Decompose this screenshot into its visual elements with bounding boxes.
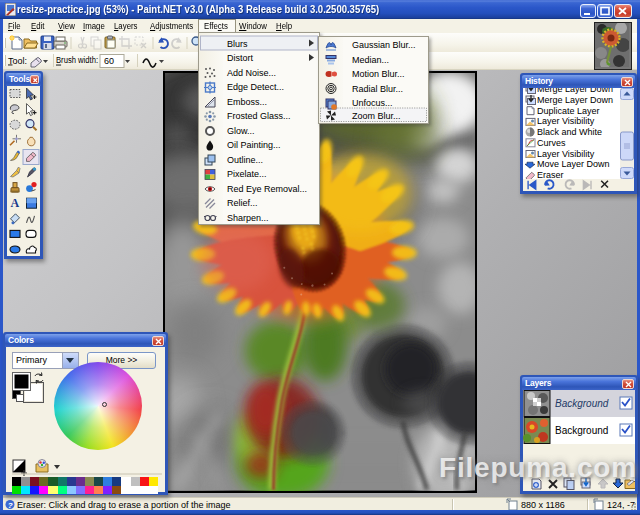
svg-text:Edge Detect...: Edge Detect... — [227, 82, 284, 92]
svg-text:Duplicate Layer: Duplicate Layer — [537, 106, 600, 116]
svg-text:Gaussian Blur...: Gaussian Blur... — [352, 40, 416, 50]
svg-text:Emboss...: Emboss... — [227, 97, 267, 107]
svg-text:?: ? — [8, 501, 13, 510]
svg-text:Merge Layer Down: Merge Layer Down — [537, 88, 613, 94]
svg-text:Frosted Glass...: Frosted Glass... — [227, 111, 291, 121]
svg-text:Glow...: Glow... — [227, 126, 255, 136]
svg-text:Blurs: Blurs — [227, 39, 248, 49]
svg-text:Median...: Median... — [352, 55, 389, 65]
svg-text:Distort: Distort — [227, 53, 254, 63]
svg-text:Relief...: Relief... — [227, 198, 258, 208]
svg-text:Eraser: Eraser — [537, 170, 564, 180]
svg-text:Merge Layer Down: Merge Layer Down — [537, 95, 613, 105]
svg-text:Unfocus...: Unfocus... — [352, 98, 393, 108]
svg-text:Zoom Blur...: Zoom Blur... — [352, 111, 401, 121]
svg-text:Curves: Curves — [537, 138, 566, 148]
svg-text:Red Eye Removal...: Red Eye Removal... — [227, 184, 307, 194]
svg-text:Background: Background — [555, 425, 608, 436]
svg-text:Layer Visibility: Layer Visibility — [537, 116, 595, 126]
svg-text:Black and White: Black and White — [537, 127, 602, 137]
svg-text:Layer Visibility: Layer Visibility — [537, 149, 595, 159]
svg-text:Motion Blur...: Motion Blur... — [352, 69, 405, 79]
svg-text:Tool:: Tool: — [8, 56, 27, 66]
svg-text:A: A — [11, 196, 20, 210]
svg-text:Oil Painting...: Oil Painting... — [227, 140, 281, 150]
svg-text:Brush width:: Brush width: — [56, 55, 98, 66]
svg-text:Eraser: Click and drag to eras: Eraser: Click and drag to erase a portio… — [17, 500, 231, 510]
svg-text:Background: Background — [555, 398, 609, 409]
svg-text:Outline...: Outline... — [227, 155, 263, 165]
svg-text:880 x 1186: 880 x 1186 — [521, 500, 565, 510]
svg-text:Pixelate...: Pixelate... — [227, 169, 267, 179]
svg-text:Radial Blur...: Radial Blur... — [352, 84, 403, 94]
svg-text:Move Layer Down: Move Layer Down — [537, 159, 610, 169]
svg-text:Add Noise...: Add Noise... — [227, 68, 276, 78]
svg-text:124, -7: 124, -7 — [607, 500, 635, 510]
svg-text:Sharpen...: Sharpen... — [227, 213, 269, 223]
svg-text:60: 60 — [104, 56, 114, 66]
